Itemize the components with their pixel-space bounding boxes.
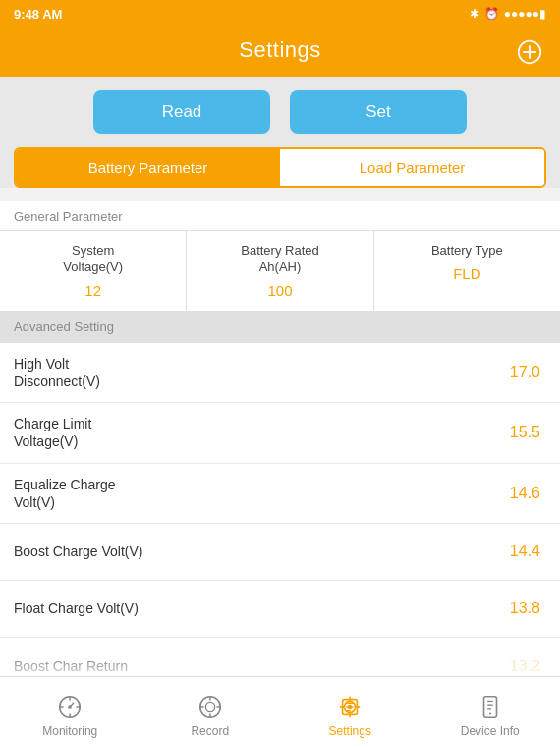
general-params-row: SystemVoltage(V) 12 Battery RatedAh(AH) … [0, 230, 560, 312]
param-battery-type-label: Battery Type [382, 243, 552, 259]
row-equalize-charge-volt-value: 14.6 [481, 473, 560, 514]
advanced-settings-rows: High VoltDisconnect(V) 17.0 Charge Limit… [0, 343, 560, 695]
param-system-voltage-label: SystemVoltage(V) [8, 243, 178, 276]
svg-point-30 [489, 712, 491, 714]
row-charge-limit-voltage-label: Charge LimitVoltage(V) [0, 403, 481, 462]
general-parameter-card: General Parameter SystemVoltage(V) 12 Ba… [0, 201, 560, 312]
nav-item-record[interactable]: Record [140, 687, 281, 738]
svg-point-11 [205, 702, 214, 711]
param-battery-type: Battery Type FLD [374, 231, 560, 311]
add-button[interactable] [515, 37, 544, 67]
settings-icon [336, 693, 364, 720]
row-high-volt-disconnect-label: High VoltDisconnect(V) [0, 343, 481, 402]
nav-item-monitoring[interactable]: Monitoring [0, 687, 140, 738]
param-system-voltage: SystemVoltage(V) 12 [0, 231, 187, 311]
row-float-charge-volt-label: Float Charge Volt(V) [0, 588, 481, 629]
bottom-nav: Monitoring Record [0, 676, 560, 747]
page-title: Settings [239, 37, 321, 63]
tab-selector: Battery Parameter Load Parameter [14, 147, 546, 188]
read-button[interactable]: Read [93, 90, 270, 134]
bluetooth-icon: ✱ [470, 7, 479, 21]
param-battery-type-value: FLD [382, 265, 552, 282]
row-boost-charge-volt-value: 14.4 [481, 531, 560, 572]
advanced-setting-label: Advanced Setting [14, 319, 114, 334]
row-boost-charge-volt-label: Boost Charge Volt(V) [0, 531, 481, 572]
row-boost-charge-volt: Boost Charge Volt(V) 14.4 [0, 524, 560, 581]
svg-point-21 [348, 704, 353, 709]
row-equalize-charge-volt-label: Equalize ChargeVolt(V) [0, 464, 481, 523]
status-icons: ✱ ⏰ ●●●●●▮ [470, 7, 546, 21]
row-float-charge-volt-value: 13.8 [481, 588, 560, 629]
nav-item-settings[interactable]: Settings [280, 687, 420, 738]
tab-battery-parameter[interactable]: Battery Parameter [16, 149, 280, 186]
general-parameter-label: General Parameter [0, 201, 560, 230]
svg-line-9 [70, 703, 74, 707]
monitoring-icon [56, 693, 84, 720]
row-charge-limit-voltage: Charge LimitVoltage(V) 15.5 [0, 403, 560, 463]
row-charge-limit-voltage-value: 15.5 [481, 412, 560, 453]
row-high-volt-disconnect: High VoltDisconnect(V) 17.0 [0, 343, 560, 403]
status-bar: 9:48 AM ✱ ⏰ ●●●●●▮ [0, 0, 560, 28]
param-battery-rated-ah-value: 100 [195, 282, 364, 299]
nav-item-device-info[interactable]: Device Info [420, 687, 561, 738]
action-buttons: Read Set [14, 90, 546, 134]
row-high-volt-disconnect-value: 17.0 [481, 352, 560, 393]
alarm-icon: ⏰ [484, 7, 499, 21]
param-system-voltage-value: 12 [8, 282, 178, 299]
battery-icon: ●●●●●▮ [504, 7, 546, 21]
content-area: Read Set Battery Parameter Load Paramete… [0, 77, 560, 188]
set-button[interactable]: Set [290, 90, 467, 134]
param-battery-rated-ah-label: Battery RatedAh(AH) [195, 243, 364, 276]
record-icon [196, 693, 224, 720]
row-float-charge-volt: Float Charge Volt(V) 13.8 [0, 581, 560, 638]
header: Settings [0, 28, 560, 77]
param-battery-rated-ah: Battery RatedAh(AH) 100 [187, 231, 373, 311]
tab-load-parameter[interactable]: Load Parameter [280, 149, 544, 186]
device-info-icon [476, 693, 504, 720]
advanced-setting-divider: Advanced Setting [0, 312, 560, 343]
nav-label-monitoring: Monitoring [42, 724, 97, 738]
row-equalize-charge-volt: Equalize ChargeVolt(V) 14.6 [0, 464, 560, 524]
nav-label-device-info: Device Info [461, 724, 520, 738]
nav-label-record: Record [191, 724, 229, 738]
status-time: 9:48 AM [14, 7, 62, 22]
nav-label-settings: Settings [329, 724, 371, 738]
